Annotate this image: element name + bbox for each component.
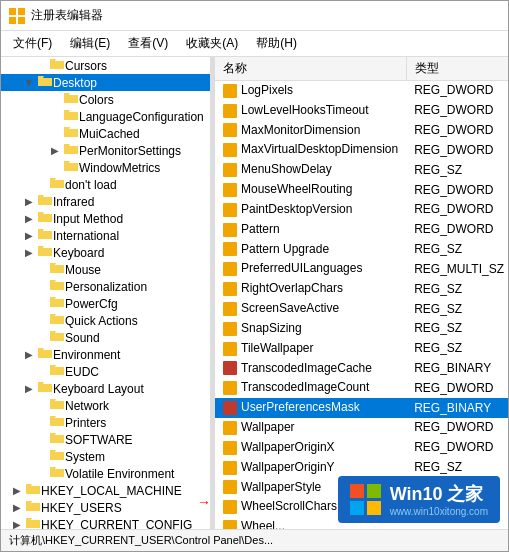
tree-item-langconfig[interactable]: LanguageConfiguration bbox=[1, 108, 210, 125]
svg-rect-0 bbox=[9, 8, 16, 15]
value-type: REG_DWORD bbox=[406, 100, 508, 120]
folder-icon-hkcc bbox=[25, 517, 41, 529]
status-bar: 计算机\HKEY_CURRENT_USER\Control Panel\Des.… bbox=[1, 529, 508, 551]
expand-keyboardlayout[interactable]: ▶ bbox=[21, 383, 37, 394]
folder-icon-quickactions bbox=[49, 313, 65, 328]
tree-item-keyboardlayout[interactable]: ▶ Keyboard Layout bbox=[1, 380, 210, 397]
tree-item-international[interactable]: ▶ International bbox=[1, 227, 210, 244]
value-type: REG_DWORD bbox=[406, 180, 508, 200]
tree-item-inputmethod[interactable]: ▶ Input Method bbox=[1, 210, 210, 227]
label-colors: Colors bbox=[79, 93, 114, 107]
table-row[interactable]: LowLevelHooksTimeoutREG_DWORD bbox=[215, 100, 508, 120]
folder-icon-hklm bbox=[25, 483, 41, 498]
label-mouse: Mouse bbox=[65, 263, 101, 277]
tree-item-permonitor[interactable]: ▶ PerMonitorSettings bbox=[1, 142, 210, 159]
value-name: MaxMonitorDimension bbox=[215, 120, 406, 140]
expand-keyboard[interactable]: ▶ bbox=[21, 247, 37, 258]
table-row[interactable]: WallpaperREG_DWORD bbox=[215, 418, 508, 438]
tree-item-keyboard[interactable]: ▶ Keyboard bbox=[1, 244, 210, 261]
table-row[interactable]: WallpaperOriginYREG_SZ bbox=[215, 457, 508, 477]
table-row[interactable]: PaintDesktopVersionREG_DWORD bbox=[215, 199, 508, 219]
table-row[interactable]: PatternREG_DWORD bbox=[215, 219, 508, 239]
expand-hku[interactable]: ▶ bbox=[9, 502, 25, 513]
tree-item-hku[interactable]: ▶ HKEY_USERS bbox=[1, 499, 210, 516]
expand-hklm[interactable]: ▶ bbox=[9, 485, 25, 496]
regedit-window: 注册表编辑器 文件(F) 编辑(E) 查看(V) 收藏夹(A) 帮助(H) Cu… bbox=[0, 0, 509, 552]
table-row[interactable]: MenuShowDelayREG_SZ bbox=[215, 160, 508, 180]
reg-value-icon bbox=[223, 480, 237, 494]
tree-item-dontload[interactable]: don't load bbox=[1, 176, 210, 193]
tree-item-cursors[interactable]: Cursors bbox=[1, 57, 210, 74]
folder-icon-network bbox=[49, 398, 65, 413]
expand-permonitor[interactable]: ▶ bbox=[47, 145, 63, 156]
tree-item-environment[interactable]: ▶ Environment bbox=[1, 346, 210, 363]
table-row[interactable]: MaxMonitorDimensionREG_DWORD bbox=[215, 120, 508, 140]
table-row[interactable]: MouseWheelRoutingREG_DWORD bbox=[215, 180, 508, 200]
menu-help[interactable]: 帮助(H) bbox=[248, 33, 305, 54]
tree-panel[interactable]: Cursors ▼ Desktop Colors bbox=[1, 57, 211, 529]
table-row[interactable]: MaxVirtualDesktopDimensionREG_DWORD bbox=[215, 140, 508, 160]
table-row[interactable]: WallpaperStyleREG_SZ bbox=[215, 477, 508, 497]
tree-item-mouse[interactable]: Mouse bbox=[1, 261, 210, 278]
tree-item-network[interactable]: Network bbox=[1, 397, 210, 414]
label-inputmethod: Input Method bbox=[53, 212, 123, 226]
table-row[interactable]: TranscodedImageCacheREG_BINARY bbox=[215, 358, 508, 378]
menu-file[interactable]: 文件(F) bbox=[5, 33, 60, 54]
tree-item-infrared[interactable]: ▶ Infrared bbox=[1, 193, 210, 210]
col-name: 名称 bbox=[215, 57, 406, 81]
folder-icon-inputmethod bbox=[37, 211, 53, 226]
table-row[interactable]: Pattern UpgradeREG_SZ bbox=[215, 239, 508, 259]
menu-favorites[interactable]: 收藏夹(A) bbox=[178, 33, 246, 54]
table-row[interactable]: SnapSizingREG_SZ bbox=[215, 318, 508, 338]
value-name: MouseWheelRouting bbox=[215, 180, 406, 200]
tree-item-colors[interactable]: Colors bbox=[1, 91, 210, 108]
table-row[interactable]: PreferredUILanguagesREG_MULTI_SZ bbox=[215, 259, 508, 279]
reg-value-icon bbox=[223, 322, 237, 336]
expand-inputmethod[interactable]: ▶ bbox=[21, 213, 37, 224]
value-type: REG_MULTI_SZ bbox=[406, 259, 508, 279]
menu-edit[interactable]: 编辑(E) bbox=[62, 33, 118, 54]
label-desktop: Desktop bbox=[53, 76, 97, 90]
title-bar: 注册表编辑器 bbox=[1, 1, 508, 31]
tree-item-printers[interactable]: Printers bbox=[1, 414, 210, 431]
tree-item-eudc[interactable]: EUDC bbox=[1, 363, 210, 380]
table-row[interactable]: WheelScrollCharsREG_SZ bbox=[215, 497, 508, 517]
window-title: 注册表编辑器 bbox=[31, 7, 103, 24]
value-name: MaxVirtualDesktopDimension bbox=[215, 140, 406, 160]
table-row[interactable]: LogPixelsREG_DWORD bbox=[215, 81, 508, 101]
tree-item-quickactions[interactable]: Quick Actions bbox=[1, 312, 210, 329]
folder-icon-system bbox=[49, 449, 65, 464]
expand-desktop[interactable]: ▼ bbox=[21, 77, 37, 88]
tree-item-hklm[interactable]: ▶ HKEY_LOCAL_MACHINE bbox=[1, 482, 210, 499]
table-row[interactable]: WallpaperOriginXREG_DWORD bbox=[215, 437, 508, 457]
tree-item-volatile[interactable]: Volatile Environment bbox=[1, 465, 210, 482]
label-international: International bbox=[53, 229, 119, 243]
tree-item-powercfg[interactable]: PowerCfg bbox=[1, 295, 210, 312]
value-name: Wheel... bbox=[215, 517, 406, 529]
value-panel[interactable]: 名称 类型 LogPixelsREG_DWORDLowLevelHooksTim… bbox=[215, 57, 508, 529]
table-row[interactable]: Wheel... bbox=[215, 517, 508, 529]
value-type: REG_BINARY bbox=[406, 398, 508, 418]
table-row[interactable]: TileWallpaperREG_SZ bbox=[215, 338, 508, 358]
tree-item-hkcc[interactable]: ▶ HKEY_CURRENT_CONFIG bbox=[1, 516, 210, 529]
tree-item-desktop[interactable]: ▼ Desktop bbox=[1, 74, 210, 91]
tree-item-sound[interactable]: Sound bbox=[1, 329, 210, 346]
tree-item-personalization[interactable]: Personalization bbox=[1, 278, 210, 295]
tree-item-software[interactable]: SOFTWARE bbox=[1, 431, 210, 448]
table-row[interactable]: TranscodedImageCountREG_DWORD bbox=[215, 378, 508, 398]
tree-item-muicached[interactable]: MuiCached bbox=[1, 125, 210, 142]
value-type: REG_DWORD bbox=[406, 81, 508, 101]
table-row[interactable]: UserPreferencesMaskREG_BINARY bbox=[215, 398, 508, 418]
table-row[interactable]: RightOverlapCharsREG_SZ bbox=[215, 279, 508, 299]
table-row[interactable]: ScreenSaveActiveREG_SZ bbox=[215, 299, 508, 319]
menu-view[interactable]: 查看(V) bbox=[120, 33, 176, 54]
value-name: PaintDesktopVersion bbox=[215, 199, 406, 219]
label-muicached: MuiCached bbox=[79, 127, 140, 141]
expand-environment[interactable]: ▶ bbox=[21, 349, 37, 360]
expand-international[interactable]: ▶ bbox=[21, 230, 37, 241]
tree-item-windowmetrics[interactable]: WindowMetrics bbox=[1, 159, 210, 176]
expand-infrared[interactable]: ▶ bbox=[21, 196, 37, 207]
value-name: LowLevelHooksTimeout bbox=[215, 100, 406, 120]
expand-hkcc[interactable]: ▶ bbox=[9, 519, 25, 529]
tree-item-system[interactable]: System bbox=[1, 448, 210, 465]
